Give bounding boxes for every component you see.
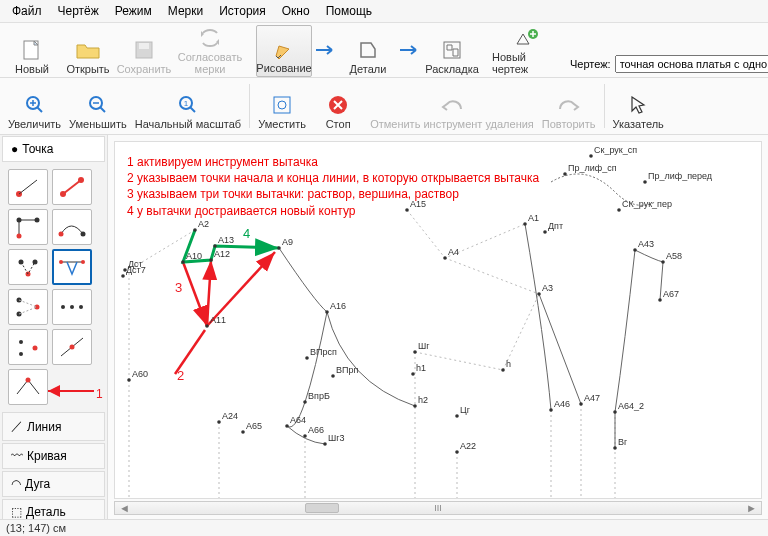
zoom-in-icon [21,92,49,118]
open-button[interactable]: Открыть [60,25,116,77]
svg-point-25 [59,260,63,264]
drawing-canvas[interactable]: 1 активируем инструмент вытачка 2 указыв… [114,141,762,499]
tool-point-2[interactable] [52,169,92,205]
mode-drawing-button[interactable]: Рисование [256,25,312,77]
svg-point-100 [405,208,409,212]
tool-point-5[interactable] [8,249,48,285]
svg-text:А9: А9 [282,237,293,247]
fit-icon [268,92,296,118]
stop-icon [324,92,352,118]
save-icon [130,37,158,63]
svg-point-56 [193,228,197,232]
category-arc[interactable]: ◠Дуга [2,471,105,497]
menu-drawing[interactable]: Чертёж [52,2,105,20]
svg-point-118 [563,172,567,176]
stop-button[interactable]: Стоп [310,80,366,132]
tool-dart[interactable] [52,249,92,285]
menu-file[interactable]: Файл [6,2,48,20]
svg-point-96 [455,450,459,454]
svg-point-90 [411,372,415,376]
menu-mode[interactable]: Режим [109,2,158,20]
svg-text:Шг3: Шг3 [328,433,345,443]
tool-point-8[interactable] [52,289,92,325]
menu-measure[interactable]: Мерки [162,2,209,20]
tool-point-7[interactable] [8,289,48,325]
svg-text:А1: А1 [528,213,539,223]
svg-point-68 [127,378,131,382]
view-toolbar: Увеличить Уменьшить 1 Начальный масштаб … [0,78,768,135]
fit-button[interactable]: Уместить [254,80,310,132]
svg-text:h2: h2 [418,395,428,405]
svg-point-122 [643,180,647,184]
undo-icon [438,92,466,118]
zoom-reset-button[interactable]: 1 Начальный масштаб [131,80,245,132]
svg-point-37 [70,345,75,350]
svg-point-17 [17,234,22,239]
scroll-right-icon[interactable]: ► [742,502,761,514]
tool-point-3[interactable] [8,209,48,245]
scroll-left-icon[interactable]: ◄ [115,502,134,514]
svg-point-114 [613,410,617,414]
menu-bar: Файл Чертёж Режим Мерки История Окно Пом… [0,0,768,23]
svg-text:Шг: Шг [418,341,430,351]
line-icon: ／ [11,418,23,435]
svg-line-13 [19,180,37,194]
svg-text:Дпт: Дпт [548,221,563,231]
tool-point-10[interactable] [52,329,92,365]
svg-point-21 [81,232,86,237]
svg-text:А15: А15 [410,199,426,209]
scrollbar-thumb[interactable] [305,503,339,513]
tool-point-1[interactable] [8,169,48,205]
svg-point-19 [35,218,40,223]
svg-point-106 [537,292,541,296]
svg-text:h: h [506,359,511,369]
svg-text:ВПрп: ВПрп [336,365,358,375]
svg-text:А46: А46 [554,399,570,409]
new-button[interactable]: Новый [4,25,60,77]
pointer-button[interactable]: Указатель [609,80,668,132]
svg-text:А43: А43 [638,239,654,249]
svg-text:ВПрсп: ВПрсп [310,347,337,357]
zoom-out-button[interactable]: Уменьшить [65,80,131,132]
menu-window[interactable]: Окно [276,2,316,20]
menu-help[interactable]: Помощь [320,2,378,20]
tool-point-9[interactable] [8,329,48,365]
category-line[interactable]: ／Линия [2,412,105,441]
svg-point-102 [523,222,527,226]
svg-text:А10: А10 [186,251,202,261]
svg-text:А11: А11 [210,315,226,325]
sync-icon [196,25,224,51]
svg-point-72 [241,430,245,434]
svg-point-62 [209,258,213,262]
menu-history[interactable]: История [213,2,272,20]
redo-button[interactable]: Повторить [538,80,600,132]
svg-point-32 [79,305,83,309]
category-point[interactable]: ●Точка [2,136,105,162]
svg-point-26 [81,260,85,264]
save-button[interactable]: Сохранить [116,25,172,77]
file-new-icon [18,37,46,63]
mode-details-button[interactable]: Детали [340,25,396,77]
zoom-in-button[interactable]: Увеличить [4,80,65,132]
arrow-icon [312,44,340,58]
svg-text:ВпрБ: ВпрБ [308,391,330,401]
svg-text:А64: А64 [290,415,306,425]
new-drawing-button[interactable]: Новый чертеж [488,25,566,77]
undo-delete-button[interactable]: Отменить инструмент удаления [366,80,538,132]
tool-point-4[interactable] [52,209,92,245]
svg-point-76 [303,434,307,438]
zoom-reset-icon: 1 [174,92,202,118]
svg-point-54 [121,274,125,278]
svg-point-126 [661,260,665,264]
svg-text:А60: А60 [132,369,148,379]
mode-layout-button[interactable]: Раскладка [424,25,480,77]
drawing-name-input[interactable] [615,55,768,73]
category-curve[interactable]: 〰Кривая [2,443,105,469]
svg-point-34 [19,352,23,356]
svg-point-82 [305,356,309,360]
svg-point-110 [549,408,553,412]
sync-measures-button[interactable]: Согласовать мерки [172,25,248,77]
svg-point-128 [633,248,637,252]
horizontal-scrollbar[interactable]: ◄ III ► [114,501,762,515]
svg-point-116 [613,446,617,450]
